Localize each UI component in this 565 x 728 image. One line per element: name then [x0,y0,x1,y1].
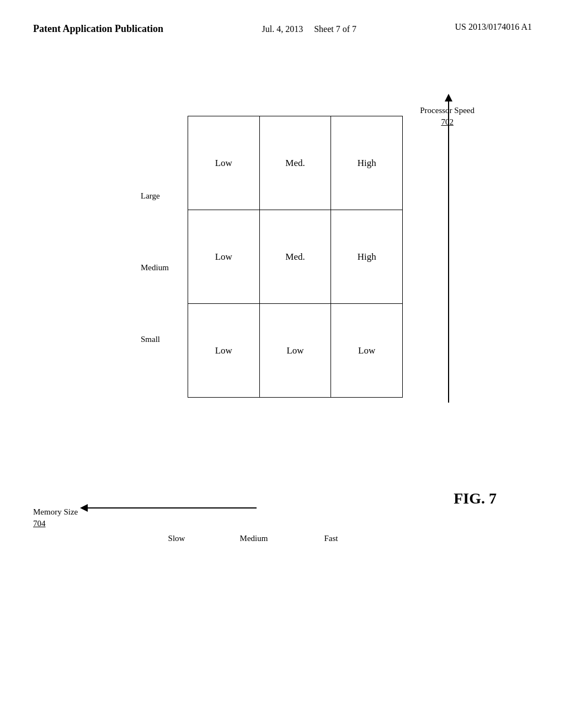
y-arrow-line [448,101,449,403]
y-axis-arrow [445,94,452,403]
cell-large-medium: Med. [259,116,331,210]
figure-diagram: Processor Speed 702 Slow Medium Fast Mem… [33,88,530,640]
cell-small-fast: Low [331,304,403,398]
figure-label: FIG. 7 [454,490,497,507]
cell-small-slow: Low [188,304,260,398]
x-axis-label-text: Memory Size [33,506,78,518]
page-header: Patent Application Publication Jul. 4, 2… [0,0,565,36]
publication-number: US 2013/0174016 A1 [455,22,532,32]
x-axis-arrow [80,504,257,512]
cell-large-slow: Low [188,116,260,210]
table-row: Low Low Low [188,304,403,398]
publication-title: Patent Application Publication [33,22,163,36]
table-row: Low Med. High [188,210,403,304]
y-arrow-head [445,94,452,101]
cell-large-fast: High [331,116,403,210]
cell-medium-fast: High [331,210,403,304]
cell-medium-slow: Low [188,210,260,304]
x-label-fast: Fast [295,534,367,543]
table-row: Low Med. High [188,116,403,210]
row-label-large: Large [141,191,169,201]
x-arrow-head [80,504,88,512]
x-axis-label: Memory Size 704 [33,506,78,529]
x-arrow-line [88,507,257,508]
cell-small-medium: Low [259,304,331,398]
x-axis-ref: 704 [33,518,78,529]
row-label-small: Small [141,335,169,344]
pub-date: Jul. 4, 2013 [262,24,303,34]
x-label-medium: Medium [218,534,290,543]
y-row-labels: Large Medium Small [141,160,169,375]
x-label-slow: Slow [141,534,212,543]
publication-date-sheet: Jul. 4, 2013 Sheet 7 of 7 [262,22,356,36]
cell-medium-medium: Med. [259,210,331,304]
performance-grid: Low Med. High Low Med. High Low Low Low [188,116,403,398]
x-axis-speed-labels: Slow Medium Fast [141,534,367,543]
row-label-medium: Medium [141,263,169,272]
sheet-info: Sheet 7 of 7 [314,24,356,34]
